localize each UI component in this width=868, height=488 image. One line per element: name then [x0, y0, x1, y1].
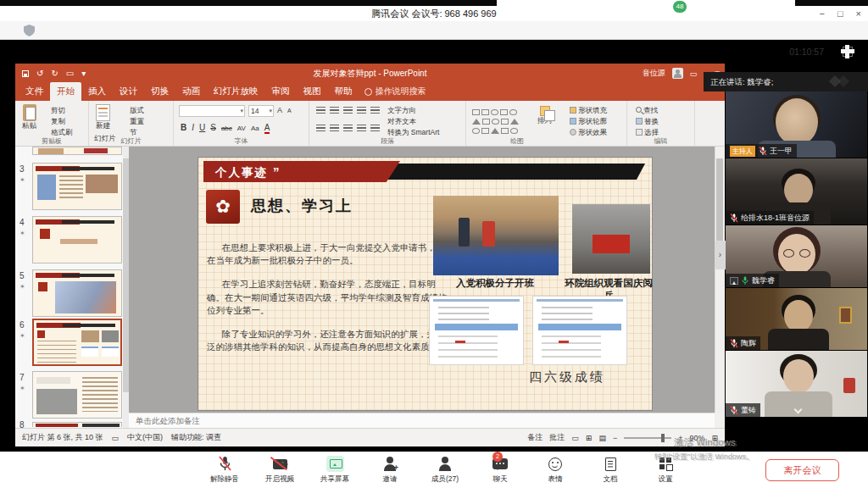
- tab-animations[interactable]: 动画: [175, 82, 207, 101]
- tab-slideshow[interactable]: 幻灯片放映: [207, 82, 265, 101]
- bold-button[interactable]: B: [181, 123, 186, 132]
- fullscreen-icon[interactable]: [843, 47, 853, 57]
- italic-button[interactable]: I: [192, 123, 194, 132]
- thumbnail-slide-3[interactable]: [32, 163, 122, 210]
- view-normal-icon[interactable]: ▭: [571, 434, 579, 442]
- new-slide-button[interactable]: 新建: [96, 104, 110, 131]
- line-spacing-icon[interactable]: [370, 107, 380, 114]
- save-icon[interactable]: [22, 70, 29, 77]
- mic-options-caret-icon[interactable]: ▲: [225, 459, 230, 464]
- redo-icon[interactable]: ↻: [51, 69, 58, 78]
- members-button[interactable]: 成员(27): [422, 455, 468, 485]
- shape-fill-button[interactable]: 形状填充: [570, 105, 607, 115]
- shape-ellipse-icon[interactable]: [492, 119, 499, 125]
- invite-button[interactable]: + 邀请: [367, 455, 413, 485]
- paste-button[interactable]: 粘贴: [22, 104, 36, 131]
- ppt-account-name[interactable]: 音位源: [643, 68, 665, 79]
- participant-video-5[interactable]: 董铸: [726, 351, 867, 417]
- account-avatar[interactable]: [672, 68, 683, 79]
- notes-pane[interactable]: 单击此处添加备注: [129, 413, 715, 428]
- shape-effects-button[interactable]: 形状效果: [570, 127, 607, 137]
- shape-triangle-icon[interactable]: [472, 119, 481, 125]
- shape-line-icon[interactable]: [501, 128, 509, 134]
- view-reading-icon[interactable]: ▤: [598, 434, 606, 442]
- shape-circle-icon[interactable]: [509, 109, 517, 115]
- cut-button[interactable]: 剪切: [51, 105, 65, 115]
- tab-design[interactable]: 设计: [113, 82, 144, 101]
- minimize-icon[interactable]: −: [819, 8, 824, 19]
- layout-button[interactable]: 版式: [130, 105, 144, 115]
- comments-toggle[interactable]: 批注: [549, 432, 565, 443]
- shape-flow-icon[interactable]: [491, 128, 499, 134]
- zoom-out-icon[interactable]: −: [613, 434, 617, 442]
- shape-round-icon[interactable]: [472, 128, 480, 134]
- participant-video-4[interactable]: 陶辉: [726, 288, 867, 350]
- participant-video-3[interactable]: 魏学睿: [726, 225, 867, 287]
- tab-insert[interactable]: 插入: [81, 82, 113, 101]
- tab-help[interactable]: 帮助: [328, 82, 359, 101]
- shapes-gallery[interactable]: [471, 106, 534, 134]
- replace-button[interactable]: 替换: [636, 116, 659, 126]
- notes-toggle[interactable]: 备注: [527, 432, 542, 443]
- reset-button[interactable]: 重置: [130, 116, 144, 126]
- justify-icon[interactable]: [357, 125, 366, 131]
- start-video-button[interactable]: ▲ 开启视频: [257, 455, 303, 485]
- text-direction-button[interactable]: 文字方向: [387, 105, 416, 115]
- reactions-button[interactable]: 表情: [532, 455, 578, 485]
- thumbnail-slide-8-partial[interactable]: [32, 422, 122, 427]
- change-case-button[interactable]: Aa: [251, 125, 259, 132]
- align-text-button[interactable]: 对齐文本: [387, 116, 416, 126]
- shape-rect2-icon[interactable]: [481, 109, 489, 115]
- copy-button[interactable]: 复制: [51, 116, 65, 126]
- arrange-button[interactable]: 排列: [537, 106, 552, 126]
- notification-badge[interactable]: 48: [672, 0, 687, 14]
- shape-callout-icon[interactable]: [481, 128, 489, 134]
- bullets-icon[interactable]: [316, 107, 326, 114]
- shape-outline-button[interactable]: 形状轮廓: [570, 116, 607, 126]
- list-buttons[interactable]: [316, 107, 380, 114]
- share-screen-button[interactable]: 共享屏幕: [312, 455, 358, 485]
- columns-icon[interactable]: [370, 125, 380, 131]
- panel-scrollbar-thumb[interactable]: [123, 158, 129, 392]
- thumbnail-slide-7[interactable]: [32, 371, 122, 419]
- chat-button[interactable]: 2 聊天: [477, 455, 523, 485]
- sidebar-collapse-handle[interactable]: ›: [715, 241, 726, 269]
- camera-options-caret-icon[interactable]: ▲: [281, 459, 286, 464]
- tab-view[interactable]: 视图: [297, 82, 328, 101]
- strikethrough-abc-button[interactable]: abc: [221, 125, 232, 132]
- spellcheck-icon[interactable]: ▭: [112, 434, 120, 442]
- zoom-slider[interactable]: [624, 437, 671, 439]
- language-status[interactable]: 中文(中国): [127, 432, 163, 443]
- align-left-icon[interactable]: [316, 125, 326, 131]
- shape-frame-icon[interactable]: [500, 109, 508, 115]
- align-center-icon[interactable]: [330, 125, 339, 131]
- align-right-icon[interactable]: [343, 125, 353, 131]
- canvas-scrollbar-thumb[interactable]: [716, 158, 723, 252]
- tab-transitions[interactable]: 切换: [144, 82, 175, 101]
- present-icon[interactable]: ▭: [66, 69, 74, 78]
- shape-arc-icon[interactable]: [510, 128, 518, 134]
- shape-rect-icon[interactable]: [472, 109, 480, 115]
- accessibility-status[interactable]: 辅助功能: 调查: [171, 432, 221, 443]
- underline-button[interactable]: U: [199, 123, 205, 132]
- leave-meeting-button[interactable]: 离开会议: [765, 459, 839, 481]
- shape-triangle2-icon[interactable]: [510, 119, 519, 125]
- participant-video-2[interactable]: 给排水18-1班音位源: [726, 158, 867, 225]
- qat-caret-icon[interactable]: ▾: [81, 69, 86, 78]
- maximize-icon[interactable]: □: [837, 8, 843, 19]
- font-name-combo[interactable]: [179, 105, 245, 117]
- font-grow-shrink[interactable]: AA: [277, 106, 292, 114]
- numbering-icon[interactable]: [330, 107, 339, 114]
- thumbnail-slide-2-partial[interactable]: [32, 147, 122, 155]
- ribbon-options-icon[interactable]: ▭: [690, 69, 698, 78]
- font-size-combo[interactable]: 14: [248, 105, 274, 117]
- align-buttons[interactable]: [316, 125, 380, 131]
- thumbnail-slide-6-selected[interactable]: [32, 319, 122, 366]
- tab-review[interactable]: 审阅: [265, 82, 297, 101]
- indent-decrease-icon[interactable]: [343, 107, 353, 114]
- tab-file[interactable]: 文件: [19, 82, 50, 101]
- strike-button[interactable]: S: [210, 123, 216, 132]
- thumbnail-slide-5[interactable]: [32, 269, 122, 317]
- tell-me-search[interactable]: 操作说明搜索: [359, 82, 431, 101]
- unmute-button[interactable]: ▲ 解除静音: [202, 455, 248, 485]
